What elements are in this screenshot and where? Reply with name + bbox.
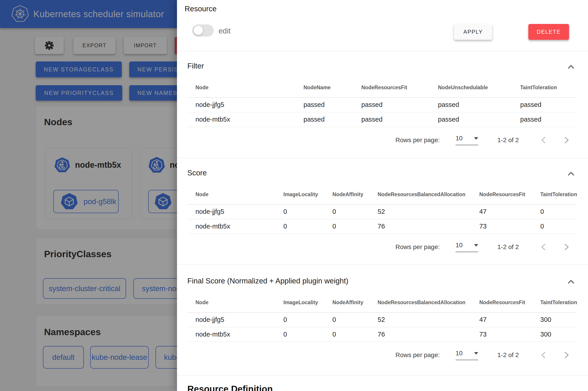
chevron-up-icon xyxy=(568,172,574,176)
filter-section: Filter Node NodeName NodeResourcesFit No… xyxy=(177,51,588,158)
rows-per-page-select[interactable]: 10 xyxy=(456,350,478,360)
collapse-score-button[interactable] xyxy=(566,168,577,179)
table-row: node-mtb5x passed passed passed passed xyxy=(187,112,577,127)
score-section-title: Score xyxy=(187,168,207,178)
chevron-left-icon xyxy=(540,351,546,359)
chevron-right-icon xyxy=(564,351,570,359)
apply-button[interactable]: APPLY xyxy=(454,24,492,40)
rows-per-page-select[interactable]: 10 xyxy=(456,242,478,252)
resource-drawer: Resource edit APPLY DELETE Filter xyxy=(177,0,588,391)
app-root: Kubernetes scheduler simulator EXPORT IM… xyxy=(0,0,588,391)
caret-down-icon xyxy=(474,244,478,247)
chevron-left-icon xyxy=(540,136,546,144)
next-page-button[interactable] xyxy=(564,136,570,144)
filter-table: Node NodeName NodeResourcesFit NodeUnsch… xyxy=(187,78,577,127)
table-row: node-jjfg5 passed passed passed passed xyxy=(187,98,577,112)
filter-section-title: Filter xyxy=(187,61,204,71)
pagination: Rows per page: 10 1-2 of 2 xyxy=(187,131,577,149)
resource-header: Resource edit APPLY DELETE xyxy=(177,0,588,51)
table-header-row: Node NodeName NodeResourcesFit NodeUnsch… xyxy=(187,78,577,98)
collapse-filter-button[interactable] xyxy=(566,61,577,72)
rows-per-page-label: Rows per page: xyxy=(396,243,440,251)
toggle-thumb-icon xyxy=(194,26,203,35)
score-table: Node ImageLocality NodeAffinity NodeReso… xyxy=(187,185,577,234)
pagination: Rows per page: 10 1-2 of 2 xyxy=(187,346,577,364)
score-section: Score Node ImageLocality NodeAffinity No… xyxy=(177,158,588,264)
caret-down-icon xyxy=(474,352,478,355)
next-page-button[interactable] xyxy=(564,351,570,359)
previous-page-button[interactable] xyxy=(540,351,546,359)
edit-toggle[interactable] xyxy=(192,24,214,37)
final-score-table: Node ImageLocality NodeAffinity NodeReso… xyxy=(187,293,577,342)
table-row: node-jjfg5 0 0 52 47 300 xyxy=(187,312,577,327)
table-row: node-mtb5x 0 0 76 73 0 xyxy=(187,219,577,234)
chevron-right-icon xyxy=(564,243,570,251)
delete-button[interactable]: DELETE xyxy=(528,24,569,40)
table-header-row: Node ImageLocality NodeAffinity NodeReso… xyxy=(187,185,577,204)
previous-page-button[interactable] xyxy=(540,136,546,144)
table-header-row: Node ImageLocality NodeAffinity NodeReso… xyxy=(187,293,577,312)
caret-down-icon xyxy=(474,137,478,140)
final-score-section-title: Final Score (Normalized + Applied plugin… xyxy=(187,276,348,286)
drawer-title: Resource xyxy=(185,4,217,13)
final-score-section: Final Score (Normalized + Applied plugin… xyxy=(177,264,588,376)
chevron-up-icon xyxy=(568,65,574,69)
table-row: node-mtb5x 0 0 76 73 300 xyxy=(187,327,577,342)
table-row: node-jjfg5 0 0 52 47 0 xyxy=(187,204,577,219)
previous-page-button[interactable] xyxy=(540,243,546,251)
collapse-final-score-button[interactable] xyxy=(566,276,577,287)
next-page-button[interactable] xyxy=(564,243,570,251)
edit-toggle-label: edit xyxy=(219,27,231,35)
chevron-right-icon xyxy=(564,136,570,144)
chevron-left-icon xyxy=(540,243,546,251)
page-range-label: 1-2 of 2 xyxy=(497,136,519,144)
rows-per-page-label: Rows per page: xyxy=(396,136,440,144)
rows-per-page-select[interactable]: 10 xyxy=(456,135,478,145)
resource-definition-title: Resource Definition xyxy=(187,384,577,391)
resource-definition-section: Resource Definition xyxy=(177,376,588,391)
pagination: Rows per page: 10 1-2 of 2 xyxy=(187,238,577,256)
rows-per-page-label: Rows per page: xyxy=(396,351,440,359)
page-range-label: 1-2 of 2 xyxy=(497,243,519,251)
chevron-up-icon xyxy=(568,280,574,284)
page-range-label: 1-2 of 2 xyxy=(497,351,519,359)
